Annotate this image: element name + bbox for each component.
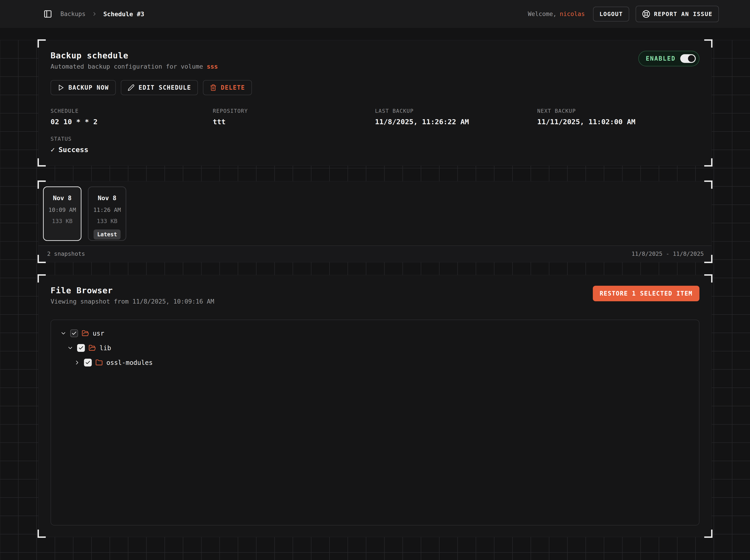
- trash-icon: [210, 84, 217, 91]
- sidebar-toggle-button[interactable]: [43, 9, 52, 18]
- folder-open-icon: [88, 344, 96, 352]
- backup-now-button[interactable]: BACKUP NOW: [51, 80, 116, 95]
- tree-item-name: usr: [93, 329, 104, 337]
- enabled-label: ENABLED: [646, 55, 676, 62]
- snapshots-card: Nov 8 10:09 AM 133 KB Nov 8 11:26 AM 133…: [38, 181, 712, 262]
- chevron-down-icon[interactable]: [60, 330, 66, 337]
- enabled-switch[interactable]: [680, 54, 696, 63]
- snapshot-date: Nov 8: [88, 195, 125, 202]
- chevron-right-icon: [92, 11, 97, 17]
- welcome-prefix: Welcome,: [528, 11, 556, 17]
- file-browser-subtitle: Viewing snapshot from 11/8/2025, 10:09:1…: [51, 298, 214, 305]
- file-browser-card: File Browser Viewing snapshot from 11/8/…: [38, 275, 712, 537]
- field-value: 02 10 * * 2: [51, 118, 213, 126]
- volume-name: sss: [206, 63, 218, 70]
- corner-bracket: [38, 274, 46, 282]
- snapshot-date: Nov 8: [44, 195, 81, 202]
- field-label: NEXT BACKUP: [537, 108, 699, 114]
- corner-bracket: [38, 180, 46, 189]
- field-repository: REPOSITORY ttt: [213, 108, 375, 126]
- corner-bracket: [38, 158, 46, 166]
- schedule-card-title: Backup schedule: [51, 51, 218, 60]
- snapshot-time: 11:26 AM: [88, 206, 125, 213]
- report-issue-label: REPORT AN ISSUE: [654, 11, 712, 17]
- snapshot-count: 2 snapshots: [47, 251, 85, 257]
- field-status: STATUS ✓ Success: [51, 136, 213, 154]
- field-value: ttt: [213, 118, 375, 126]
- field-value: 11/8/2025, 11:26:22 AM: [375, 118, 537, 126]
- checkbox-lib[interactable]: [77, 344, 85, 352]
- play-icon: [57, 84, 64, 91]
- delete-button[interactable]: DELETE: [203, 80, 252, 95]
- latest-badge: Latest: [94, 229, 121, 240]
- checkbox-ossl-modules[interactable]: [84, 359, 92, 366]
- breadcrumb-parent[interactable]: Backups: [60, 11, 85, 17]
- corner-bracket: [704, 255, 712, 263]
- tree-row-usr[interactable]: usr: [57, 326, 693, 341]
- chevron-down-icon[interactable]: [67, 345, 74, 351]
- welcome-text: Welcome,nicolas: [528, 11, 585, 17]
- status-text: Success: [59, 145, 88, 154]
- tree-row-ossl-modules[interactable]: ossl-modules: [57, 355, 693, 370]
- delete-label: DELETE: [221, 84, 245, 91]
- logout-button[interactable]: LOGOUT: [593, 7, 629, 21]
- folder-icon: [95, 359, 103, 366]
- field-label: LAST BACKUP: [375, 108, 537, 114]
- breadcrumb-current: Schedule #3: [103, 11, 144, 18]
- tree-item-name: lib: [100, 344, 111, 352]
- topbar: Backups Schedule #3 Welcome,nicolas LOGO…: [0, 0, 750, 28]
- logout-label: LOGOUT: [599, 11, 623, 17]
- subtitle-prefix: Automated backup configuration for volum…: [51, 63, 203, 70]
- backup-now-label: BACKUP NOW: [68, 84, 109, 91]
- field-label: STATUS: [51, 136, 213, 142]
- breadcrumb: Backups Schedule #3: [60, 11, 144, 18]
- field-value: 11/11/2025, 11:02:00 AM: [537, 118, 699, 126]
- field-label: SCHEDULE: [51, 108, 213, 114]
- backup-schedule-card: Backup schedule Automated backup configu…: [38, 40, 712, 166]
- pencil-icon: [128, 84, 135, 91]
- page-background-grid: Backup schedule Automated backup configu…: [0, 40, 750, 560]
- edit-schedule-button[interactable]: EDIT SCHEDULE: [121, 80, 198, 95]
- corner-bracket: [38, 255, 46, 263]
- edit-schedule-label: EDIT SCHEDULE: [139, 84, 191, 91]
- field-next-backup: NEXT BACKUP 11/11/2025, 11:02:00 AM: [537, 108, 699, 126]
- corner-bracket: [38, 529, 46, 538]
- life-buoy-icon: [642, 10, 650, 18]
- corner-bracket: [704, 39, 712, 47]
- corner-bracket: [704, 180, 712, 189]
- restore-selected-button[interactable]: RESTORE 1 SELECTED ITEM: [593, 286, 699, 301]
- corner-bracket: [38, 39, 46, 47]
- corner-bracket: [704, 529, 712, 538]
- field-schedule: SCHEDULE 02 10 * * 2: [51, 108, 213, 126]
- tree-item-name: ossl-modules: [106, 359, 153, 366]
- enabled-toggle-pill[interactable]: ENABLED: [638, 51, 699, 66]
- schedule-card-subtitle: Automated backup configuration for volum…: [51, 63, 218, 70]
- checkbox-usr[interactable]: [70, 329, 78, 337]
- file-tree-panel: usr lib: [51, 320, 699, 525]
- folder-open-icon: [82, 329, 89, 337]
- file-browser-title: File Browser: [51, 286, 214, 295]
- snapshot-tile-selected[interactable]: Nov 8 10:09 AM 133 KB: [43, 186, 81, 241]
- snapshot-time: 10:09 AM: [44, 206, 81, 213]
- corner-bracket: [704, 158, 712, 166]
- snapshot-date-range: 11/8/2025 - 11/8/2025: [631, 251, 704, 257]
- field-label: REPOSITORY: [213, 108, 375, 114]
- field-last-backup: LAST BACKUP 11/8/2025, 11:26:22 AM: [375, 108, 537, 126]
- tree-row-lib[interactable]: lib: [57, 341, 693, 355]
- snapshot-size: 133 KB: [44, 218, 81, 224]
- corner-bracket: [704, 274, 712, 282]
- chevron-right-icon[interactable]: [74, 359, 80, 366]
- snapshot-tile-latest[interactable]: Nov 8 11:26 AM 133 KB Latest: [88, 186, 126, 241]
- username: nicolas: [560, 11, 585, 17]
- switch-knob: [688, 55, 695, 62]
- check-icon: ✓: [51, 145, 55, 154]
- snapshot-size: 133 KB: [88, 218, 125, 224]
- report-issue-button[interactable]: REPORT AN ISSUE: [636, 6, 719, 22]
- panel-left-icon: [43, 9, 52, 18]
- status-value: ✓ Success: [51, 145, 213, 154]
